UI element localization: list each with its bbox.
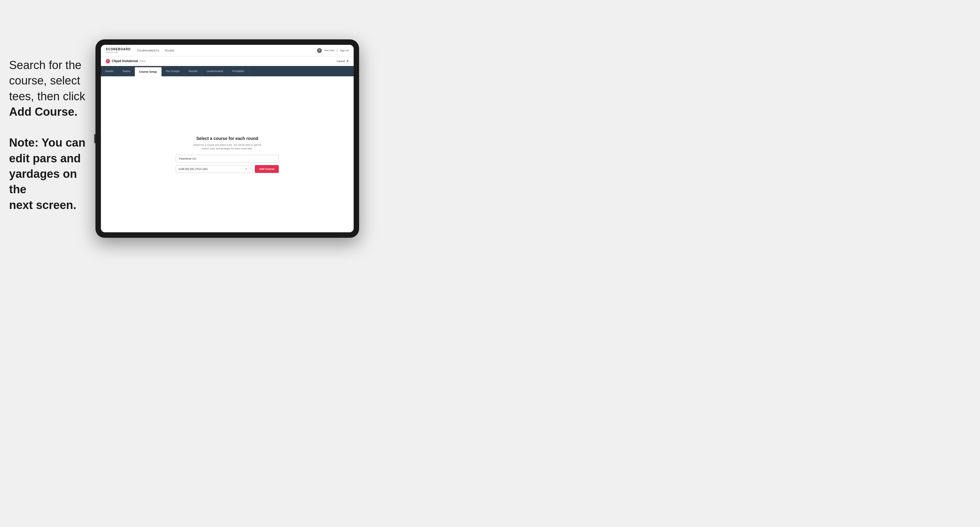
- instruction-note2: edit pars and: [9, 152, 81, 165]
- logo-text: SCOREBOARD: [106, 48, 130, 51]
- tournament-type: (Men): [139, 60, 146, 62]
- app-logo: SCOREBOARD Powered by clippd: [106, 48, 130, 53]
- tee-select-row: Gold (M) (M) (7010 yds) ✕ ⌃ Add Course: [176, 165, 279, 173]
- main-content-area: Select a course for each round Search fo…: [101, 76, 354, 232]
- course-setup-section: Select a course for each round Search fo…: [176, 136, 279, 173]
- instruction-line1: Search for the: [9, 59, 81, 71]
- tablet-side-button: [94, 134, 95, 143]
- section-title: Select a course for each round: [176, 136, 279, 141]
- instruction-line2: course, select: [9, 74, 80, 87]
- instruction-note1: Note: You can: [9, 136, 86, 149]
- tee-select[interactable]: Gold (M) (M) (7010 yds): [176, 165, 253, 173]
- tab-bar: Details Teams Course Setup Tee Groups Re…: [101, 66, 354, 76]
- section-description: Search for a course and select a tee. Yo…: [176, 143, 279, 151]
- add-course-button[interactable]: Add Course: [255, 165, 279, 173]
- tablet-device: SCOREBOARD Powered by clippd TOURNAMENTS…: [95, 40, 359, 238]
- tab-details[interactable]: Details: [101, 66, 118, 76]
- instruction-line3: tees, then click: [9, 90, 85, 103]
- course-search-input[interactable]: [176, 155, 279, 163]
- instruction-line4: Add Course.: [9, 105, 78, 118]
- instruction-note4: next screen.: [9, 199, 76, 211]
- nav-tournaments[interactable]: TOURNAMENTS: [137, 49, 159, 52]
- nav-links: TOURNAMENTS TEAMS: [137, 49, 174, 52]
- user-area: T Test User | Sign out: [317, 48, 349, 53]
- tab-leaderboards[interactable]: Leaderboards: [202, 66, 228, 76]
- cancel-x-icon: ✕: [346, 60, 349, 63]
- tab-teams[interactable]: Teams: [118, 66, 135, 76]
- nav-separator: |: [337, 49, 337, 52]
- tournament-name: Clippd Invitational: [112, 59, 138, 63]
- instructions-panel: Search for the course, select tees, then…: [9, 57, 97, 213]
- tee-clear-icon[interactable]: ✕: [245, 167, 248, 170]
- tab-printables[interactable]: Printables: [228, 66, 249, 76]
- cancel-button[interactable]: Cancel ✕: [336, 60, 349, 63]
- tab-tee-groups[interactable]: Tee Groups: [162, 66, 185, 76]
- tablet-screen: SCOREBOARD Powered by clippd TOURNAMENTS…: [101, 45, 354, 232]
- user-avatar: T: [317, 48, 322, 53]
- tab-course-setup[interactable]: Course Setup: [135, 67, 162, 76]
- tee-select-wrapper: Gold (M) (M) (7010 yds) ✕ ⌃: [176, 165, 253, 173]
- tab-results[interactable]: Results: [184, 66, 202, 76]
- instruction-note3: yardages on the: [9, 167, 77, 196]
- sign-out-link[interactable]: Sign out: [340, 49, 349, 52]
- logo-subtext: Powered by clippd: [106, 51, 130, 53]
- nav-teams[interactable]: TEAMS: [164, 49, 175, 52]
- user-name: Test User: [324, 49, 334, 52]
- tournament-logo-icon: C: [106, 59, 110, 63]
- top-navbar: SCOREBOARD Powered by clippd TOURNAMENTS…: [101, 45, 354, 56]
- tournament-header: C Clippd Invitational (Men) Cancel ✕: [101, 56, 354, 66]
